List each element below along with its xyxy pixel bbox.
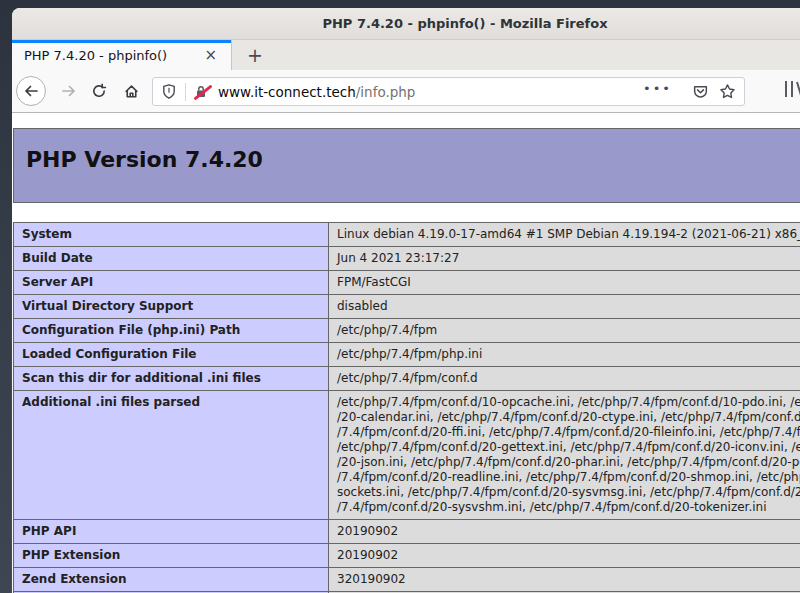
- value-cell: Linux debian 4.19.0-17-amd64 #1 SMP Debi…: [329, 223, 800, 247]
- ini-file-line: /20-calendar.ini, /etc/php/7.4/fpm/conf.…: [337, 410, 800, 425]
- value-cell: FPM/FastCGI: [329, 271, 800, 295]
- back-button[interactable]: [16, 76, 46, 106]
- label-cell: PHP API: [14, 520, 329, 544]
- bookmark-star-icon[interactable]: [719, 83, 736, 100]
- reload-button[interactable]: [84, 76, 114, 106]
- tab-phpinfo[interactable]: PHP 7.4.20 - phpinfo() ×: [12, 40, 232, 70]
- url-text[interactable]: www.it-connect.tech/info.php: [218, 84, 643, 100]
- ini-file-line: sockets.ini, /etc/php/7.4/fpm/conf.d/20-…: [337, 485, 800, 500]
- desktop: PHP 7.4.20 - phpinfo() - Mozilla Firefox…: [0, 0, 800, 593]
- page-content: PHP Version 7.4.20 System Linux debian 4…: [12, 128, 800, 578]
- table-row: System Linux debian 4.19.0-17-amd64 #1 S…: [14, 223, 800, 247]
- phpinfo-table-body: System Linux debian 4.19.0-17-amd64 #1 S…: [14, 223, 800, 593]
- php-version-header: PHP Version 7.4.20: [13, 128, 800, 203]
- page-title: PHP Version 7.4.20: [26, 147, 800, 172]
- label-cell: System: [14, 223, 329, 247]
- new-tab-button[interactable]: +: [240, 40, 270, 70]
- label-cell: Additional .ini files parsed: [14, 391, 329, 520]
- value-cell: /etc/php/7.4/fpm/php.ini: [329, 343, 800, 367]
- ini-file-line: /etc/php/7.4/fpm/conf.d/10-opcache.ini, …: [337, 395, 800, 410]
- value-cell: 320190902: [329, 568, 800, 592]
- table-row: Configuration File (php.ini) Path /etc/p…: [14, 319, 800, 343]
- insecure-lock-icon[interactable]: [194, 84, 208, 99]
- value-cell: /etc/php/7.4/fpm/conf.d: [329, 367, 800, 391]
- tab-title: PHP 7.4.20 - phpinfo(): [24, 48, 198, 63]
- ini-file-line: /7.4/fpm/conf.d/20-readline.ini, /etc/ph…: [337, 470, 800, 485]
- table-row: Build Date Jun 4 2021 23:17:27: [14, 247, 800, 271]
- value-cell: Jun 4 2021 23:17:27: [329, 247, 800, 271]
- label-cell: Zend Extension: [14, 568, 329, 592]
- back-arrow-icon: [23, 83, 39, 99]
- table-row: PHP Extension 20190902: [14, 544, 800, 568]
- home-button[interactable]: [116, 76, 146, 106]
- label-cell: PHP Extension: [14, 544, 329, 568]
- urlbar-separator: [185, 83, 186, 101]
- label-cell: Loaded Configuration File: [14, 343, 329, 367]
- ini-file-line: /7.4/fpm/conf.d/20-sysvshm.ini, /etc/php…: [337, 500, 800, 515]
- value-cell: /etc/php/7.4/fpm/conf.d/10-opcache.ini, …: [329, 391, 800, 520]
- ini-file-line: /etc/php/7.4/fpm/conf.d/20-gettext.ini, …: [337, 440, 800, 455]
- table-row: Virtual Directory Support disabled: [14, 295, 800, 319]
- ini-file-line: /20-json.ini, /etc/php/7.4/fpm/conf.d/20…: [337, 455, 800, 470]
- label-cell: Scan this dir for additional .ini files: [14, 367, 329, 391]
- table-row: Server API FPM/FastCGI: [14, 271, 800, 295]
- value-cell: disabled: [329, 295, 800, 319]
- label-cell: Build Date: [14, 247, 329, 271]
- value-cell: 20190902: [329, 544, 800, 568]
- tab-bar: PHP 7.4.20 - phpinfo() × +: [12, 40, 800, 70]
- url-bar[interactable]: www.it-connect.tech/info.php •••: [152, 77, 745, 106]
- page-actions-icon[interactable]: •••: [643, 81, 672, 96]
- label-cell: Virtual Directory Support: [14, 295, 329, 319]
- window-title: PHP 7.4.20 - phpinfo() - Mozilla Firefox: [322, 16, 607, 31]
- tab-close-icon[interactable]: ×: [198, 48, 223, 63]
- reload-icon: [91, 83, 107, 99]
- table-row: Loaded Configuration File /etc/php/7.4/f…: [14, 343, 800, 367]
- value-cell: /etc/php/7.4/fpm: [329, 319, 800, 343]
- phpinfo-table: System Linux debian 4.19.0-17-amd64 #1 S…: [13, 222, 800, 593]
- table-row: Additional .ini files parsed /etc/php/7.…: [14, 391, 800, 520]
- url-domain: www.it-connect.tech: [218, 84, 356, 100]
- url-path: /info.php: [356, 84, 416, 100]
- table-row: Scan this dir for additional .ini files …: [14, 367, 800, 391]
- forward-button[interactable]: [54, 76, 84, 106]
- pocket-icon[interactable]: [692, 83, 709, 100]
- label-cell: Configuration File (php.ini) Path: [14, 319, 329, 343]
- library-icon[interactable]: [783, 80, 800, 98]
- tracking-protection-shield-icon[interactable]: [161, 83, 177, 100]
- value-cell: 20190902: [329, 520, 800, 544]
- table-row: PHP API 20190902: [14, 520, 800, 544]
- home-icon: [123, 83, 140, 100]
- forward-arrow-icon: [61, 83, 77, 99]
- label-cell: Server API: [14, 271, 329, 295]
- firefox-window: PHP 7.4.20 - phpinfo() - Mozilla Firefox…: [12, 8, 800, 593]
- navigation-toolbar: www.it-connect.tech/info.php •••: [12, 70, 800, 113]
- table-row: Zend Extension 320190902: [14, 568, 800, 592]
- ini-file-line: /7.4/fpm/conf.d/20-ffi.ini, /etc/php/7.4…: [337, 425, 800, 440]
- window-titlebar: PHP 7.4.20 - phpinfo() - Mozilla Firefox: [12, 8, 800, 40]
